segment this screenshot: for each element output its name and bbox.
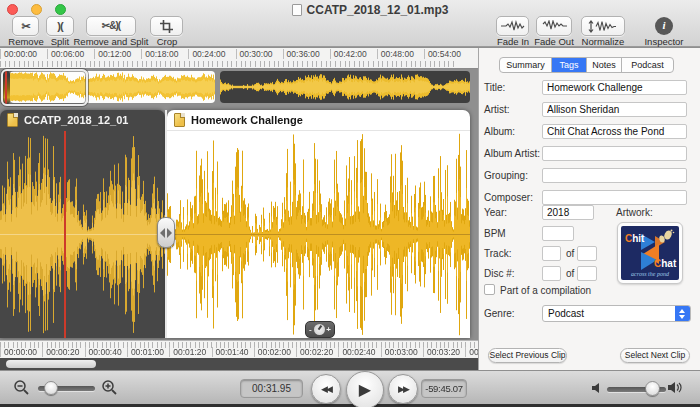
grouping-field[interactable] bbox=[542, 168, 687, 183]
ruler-time-label: 00:06:00 bbox=[47, 49, 84, 59]
gain-minus-icon[interactable]: - bbox=[309, 326, 312, 334]
title-label: Title: bbox=[484, 82, 505, 93]
volume-max-icon[interactable] bbox=[667, 380, 683, 395]
window-toolbar: CCATP_2018_12_01.mp3 ✂ Remove )( Split ✂… bbox=[0, 0, 700, 47]
clip-header[interactable]: CCATP_2018_12_01 bbox=[0, 110, 165, 131]
zoom-slider-thumb[interactable] bbox=[44, 381, 58, 395]
volume-slider-thumb[interactable] bbox=[645, 381, 660, 396]
year-label: Year: bbox=[484, 207, 507, 218]
tab-notes[interactable]: Notes bbox=[587, 58, 622, 72]
gain-knob-icon[interactable] bbox=[314, 324, 325, 335]
zoom-in-icon[interactable] bbox=[101, 379, 119, 397]
fast-forward-button[interactable]: ▶▶ bbox=[388, 374, 418, 404]
ruler-time-label: 00:01:20 bbox=[169, 347, 206, 357]
remove-and-split-button[interactable]: ✂&)( bbox=[86, 16, 136, 36]
compilation-label: Part of a compilation bbox=[500, 285, 591, 296]
play-button[interactable]: ▶ bbox=[346, 371, 384, 407]
clip-ccatp[interactable]: CCATP_2018_12_01 bbox=[0, 110, 165, 338]
disc-number-field[interactable] bbox=[542, 266, 561, 281]
album-artist-label: Album Artist: bbox=[484, 148, 540, 159]
genre-value: Podcast bbox=[548, 308, 584, 319]
clip-header[interactable]: Homework Challenge bbox=[167, 110, 470, 131]
track-label: Track: bbox=[484, 248, 511, 259]
track-number-field[interactable] bbox=[542, 246, 561, 261]
ruler-time-label: 00:02:20 bbox=[296, 347, 333, 357]
artist-label: Artist: bbox=[484, 104, 510, 115]
drag-right-arrow-icon bbox=[167, 228, 172, 238]
split-button[interactable]: )( bbox=[46, 16, 74, 36]
overview-waveform-dark bbox=[220, 71, 470, 103]
track-total-field[interactable] bbox=[577, 246, 597, 261]
disc-label: Disc #: bbox=[484, 268, 515, 279]
ruler-time-label: 00:54:00 bbox=[424, 49, 461, 59]
composer-field[interactable] bbox=[542, 190, 687, 205]
inspector-button-label: Inspector bbox=[640, 36, 688, 47]
artwork-caption: across the pond bbox=[631, 271, 670, 277]
album-field[interactable] bbox=[542, 124, 687, 139]
minimize-window-button[interactable] bbox=[31, 4, 42, 15]
artist-field[interactable] bbox=[542, 102, 687, 117]
inspector-button[interactable]: i bbox=[655, 17, 673, 35]
waveform-centerline bbox=[0, 234, 165, 235]
artwork-well[interactable]: Chit Chat across the pond bbox=[617, 222, 683, 284]
normalize-button[interactable] bbox=[581, 16, 625, 36]
overview-viewport-box[interactable] bbox=[1, 69, 88, 106]
select-previous-clip-button[interactable]: Select Previous Clip bbox=[488, 348, 567, 363]
volume-min-icon[interactable] bbox=[591, 382, 602, 394]
album-label: Album: bbox=[484, 126, 515, 137]
select-next-clip-button[interactable]: Select Next Clip bbox=[620, 348, 690, 363]
album-artist-field[interactable] bbox=[542, 146, 687, 161]
drag-left-arrow-icon bbox=[160, 228, 165, 238]
zoom-window-button[interactable] bbox=[55, 4, 66, 15]
fade-out-button[interactable] bbox=[536, 16, 572, 36]
ruler-time-label: 00:18:00 bbox=[141, 49, 178, 59]
year-field[interactable] bbox=[542, 205, 594, 220]
tab-summary[interactable]: Summary bbox=[500, 58, 552, 72]
ruler-time-label: 00:03:20 bbox=[423, 347, 460, 357]
remove-button[interactable]: ✂ bbox=[12, 16, 39, 36]
tab-tags[interactable]: Tags bbox=[552, 58, 587, 72]
ruler-time-label: 00:03:00 bbox=[381, 347, 418, 357]
fade-out-button-label: Fade Out bbox=[531, 36, 577, 47]
waveform-overview-strip[interactable] bbox=[0, 69, 478, 108]
bpm-label: BPM bbox=[484, 228, 506, 239]
inspector-tabs: Summary Tags Notes Podcast bbox=[499, 57, 674, 73]
disc-total-field[interactable] bbox=[577, 266, 597, 281]
ruler-time-label: 00:01:00 bbox=[127, 347, 164, 357]
horizontal-scrollbar[interactable] bbox=[0, 358, 478, 370]
clip-boundary-handle[interactable] bbox=[157, 217, 175, 248]
ruler-time-label: 00:03:40 bbox=[465, 347, 478, 357]
zoom-out-icon[interactable] bbox=[13, 379, 31, 397]
tab-podcast[interactable]: Podcast bbox=[622, 58, 673, 72]
fast-forward-icon: ▶▶ bbox=[398, 384, 408, 394]
clip-gain-widget[interactable]: - + bbox=[305, 321, 335, 338]
fade-out-icon bbox=[542, 20, 567, 32]
compilation-checkbox[interactable] bbox=[484, 284, 495, 295]
close-window-button[interactable] bbox=[7, 4, 18, 15]
gain-plus-icon[interactable]: + bbox=[326, 326, 331, 334]
title-field[interactable] bbox=[542, 80, 687, 95]
ruler-time-label: 00:00:00 bbox=[0, 49, 37, 59]
clip-homework-challenge[interactable]: Homework Challenge bbox=[167, 110, 470, 338]
crop-button[interactable] bbox=[150, 16, 183, 36]
scissors-icon: ✂ bbox=[21, 20, 29, 32]
rewind-button[interactable]: ◀◀ bbox=[311, 374, 341, 404]
ruler-time-label: 00:01:40 bbox=[212, 347, 249, 357]
artwork-label: Artwork: bbox=[616, 207, 653, 218]
fade-in-button[interactable] bbox=[496, 16, 529, 36]
playhead-line[interactable] bbox=[64, 131, 66, 338]
svg-text:Chit: Chit bbox=[625, 233, 645, 244]
bpm-field[interactable] bbox=[542, 226, 574, 241]
audio-file-icon bbox=[7, 113, 18, 127]
disc-of-label: of bbox=[566, 268, 574, 279]
artwork-word1-rest: hit bbox=[632, 233, 645, 244]
fission-window: CCATP_2018_12_01.mp3 ✂ Remove )( Split ✂… bbox=[0, 0, 700, 407]
info-icon: i bbox=[662, 19, 665, 31]
remaining-time-display: -59:45.07 bbox=[421, 379, 467, 398]
scrollbar-thumb[interactable] bbox=[6, 360, 96, 368]
overview-clip-segment-dark[interactable] bbox=[220, 71, 470, 103]
window-title: CCATP_2018_12_01.mp3 bbox=[250, 3, 490, 17]
ruler-time-label: 00:00:20 bbox=[42, 347, 79, 357]
elapsed-time-display: 00:31.95 bbox=[240, 379, 303, 398]
genre-dropdown[interactable]: Podcast bbox=[542, 305, 691, 322]
